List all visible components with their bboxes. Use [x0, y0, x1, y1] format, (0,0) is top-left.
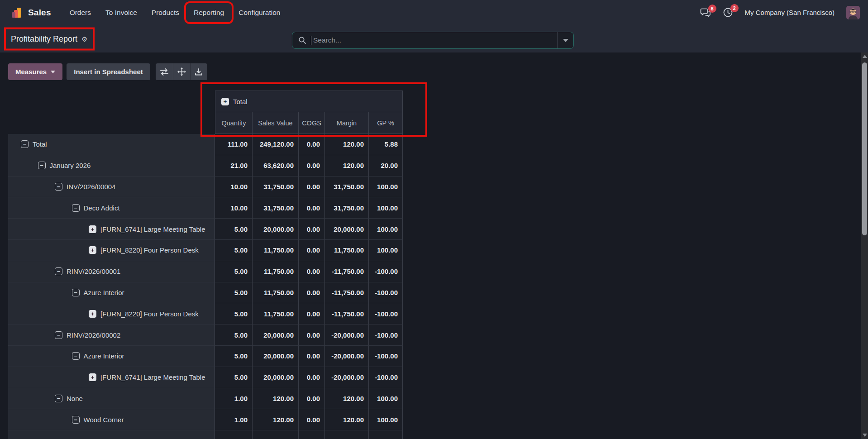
pivot-row-label: [FURN_6741] Large Meeting Table: [100, 373, 205, 381]
messages-button[interactable]: 8: [700, 8, 711, 18]
pivot-row-label: January 2026: [50, 162, 91, 169]
collapse-icon[interactable]: −: [55, 267, 62, 275]
collapse-icon[interactable]: −: [55, 395, 62, 402]
search-options-toggle[interactable]: [557, 32, 573, 48]
collapse-icon[interactable]: −: [72, 204, 80, 212]
collapse-icon[interactable]: −: [55, 183, 62, 191]
pivot-value-cell: 100.00: [369, 177, 403, 198]
page-title: Profitability Report: [11, 34, 77, 43]
pivot-row-header[interactable]: −Azure Interior: [8, 282, 215, 304]
download-xlsx-button[interactable]: [190, 63, 207, 80]
measures-button[interactable]: Measures: [8, 63, 62, 80]
brand-name: Sales: [28, 8, 51, 18]
company-menu[interactable]: My Company (San Francisco): [745, 9, 835, 16]
pivot-value-cell: [299, 430, 325, 439]
insert-spreadsheet-label: Insert in Spreadsheet: [74, 68, 143, 76]
scroll-up-arrow[interactable]: [863, 55, 867, 58]
search-input[interactable]: Search...: [292, 32, 557, 48]
pivot-value-cell: [325, 430, 369, 439]
pivot-value-cell: -20,000.00: [325, 367, 369, 388]
pivot-value-cell: 31,750.00: [325, 197, 369, 219]
pivot-value-cell: 20,000.00: [253, 346, 299, 367]
pivot-row-label: INV/2026/00004: [67, 183, 115, 191]
flip-axis-button[interactable]: [156, 63, 173, 80]
search-icon: [298, 36, 306, 44]
nav-item-to-invoice[interactable]: To Invoice: [100, 5, 143, 20]
pivot-row-header[interactable]: −RINV/2026/00002: [8, 324, 215, 346]
nav-item-products[interactable]: Products: [146, 5, 185, 20]
pivot-value-cell: 11,750.00: [253, 240, 299, 261]
pivot-row: +[FURN_6741] Large Meeting Table5.0020,0…: [8, 219, 403, 240]
pivot-value-cell: 100.00: [369, 197, 403, 219]
app-switcher[interactable]: Sales: [8, 5, 54, 20]
pivot-row-header[interactable]: −Total: [8, 134, 215, 155]
pivot-value-cell: 5.00: [215, 240, 253, 261]
collapse-icon[interactable]: −: [21, 140, 29, 148]
expand-icon[interactable]: +: [89, 373, 96, 381]
activities-button[interactable]: 2: [723, 7, 733, 18]
collapse-icon[interactable]: −: [72, 289, 80, 296]
flip-axis-icon: [160, 68, 169, 76]
pivot-value-cell: 100.00: [369, 409, 403, 430]
pivot-row-header[interactable]: −Wood Corner: [8, 409, 215, 430]
messages-badge: 8: [708, 5, 716, 13]
vertical-scrollbar[interactable]: [861, 52, 868, 439]
pivot-row-header[interactable]: +[FURN_8220] Four Person Desk: [8, 303, 215, 324]
top-navbar: Sales Orders To Invoice Products Reporti…: [0, 0, 868, 25]
scroll-down-arrow[interactable]: [863, 434, 867, 437]
pivot-row-header[interactable]: −RINV/2026/00001: [8, 261, 215, 282]
expand-icon[interactable]: +: [221, 98, 229, 105]
breadcrumb: Profitability Report ⚙: [11, 34, 88, 43]
collapse-icon[interactable]: −: [38, 162, 46, 169]
pivot-value-cell: 120.00: [325, 388, 369, 410]
pivot-row-header[interactable]: −None: [8, 388, 215, 410]
pivot-column-group-total[interactable]: + Total: [215, 91, 403, 112]
pivot-row: −Azure Interior5.0020,000.000.00-20,000.…: [8, 346, 403, 367]
pivot-value-cell: 0.00: [299, 134, 325, 155]
pivot-row-header[interactable]: −INV/2026/00004: [8, 177, 215, 198]
pivot-row: +[FURN_6741] Large Meeting Table5.0020,0…: [8, 367, 403, 388]
sales-app-icon: [11, 7, 23, 19]
measure-header-cogs[interactable]: COGS: [299, 112, 325, 134]
collapse-icon[interactable]: −: [55, 331, 62, 339]
insert-in-spreadsheet-button[interactable]: Insert in Spreadsheet: [67, 63, 150, 80]
user-avatar[interactable]: [846, 6, 860, 19]
collapse-icon[interactable]: −: [72, 352, 80, 360]
nav-item-configuration[interactable]: Configuration: [233, 5, 286, 20]
pivot-value-cell: 120.00: [253, 409, 299, 430]
pivot-row-header[interactable]: −January 2026: [8, 155, 215, 177]
pivot-value-cell: 0.00: [299, 240, 325, 261]
pivot-value-cell: 11,750.00: [325, 240, 369, 261]
expand-icon[interactable]: +: [89, 246, 96, 254]
pivot-row-header[interactable]: −Deco Addict: [8, 197, 215, 219]
measure-header-margin[interactable]: Margin: [325, 112, 369, 134]
measure-header-gp[interactable]: GP %: [369, 112, 403, 134]
pivot-value-cell: 1.00: [215, 409, 253, 430]
pivot-measures-row: Quantity Sales Value COGS Margin GP %: [215, 112, 403, 134]
scrollbar-thumb[interactable]: [862, 62, 867, 235]
measure-header-sales-value[interactable]: Sales Value: [253, 112, 299, 134]
pivot-row-header[interactable]: +[FURN_8220] Four Person Desk: [8, 240, 215, 261]
nav-item-orders[interactable]: Orders: [64, 5, 97, 20]
pivot-value-cell: -100.00: [369, 324, 403, 346]
expand-all-button[interactable]: [173, 63, 190, 80]
expand-icon[interactable]: +: [89, 225, 96, 233]
pivot-value-cell: 5.00: [215, 346, 253, 367]
pivot-value-cell: 5.00: [215, 282, 253, 304]
pivot-value-cell: 100.00: [369, 388, 403, 410]
pivot-row-header[interactable]: [8, 430, 215, 439]
gear-icon[interactable]: ⚙: [81, 35, 87, 42]
pivot-row-header[interactable]: −Azure Interior: [8, 346, 215, 367]
pivot-row-header[interactable]: +[FURN_6741] Large Meeting Table: [8, 219, 215, 240]
pivot-row-header[interactable]: +[FURN_6741] Large Meeting Table: [8, 367, 215, 388]
pivot-value-cell: 120.00: [325, 409, 369, 430]
main-menu: Orders To Invoice Products Reporting Con…: [64, 5, 286, 20]
expand-icon[interactable]: +: [89, 310, 96, 318]
nav-item-reporting[interactable]: Reporting: [188, 5, 230, 20]
pivot-row: −Total111.00249,120.000.00120.005.88: [8, 134, 403, 155]
download-icon: [195, 68, 203, 76]
expand-arrows-icon: [177, 67, 186, 76]
pivot-value-cell: 0.00: [299, 155, 325, 177]
collapse-icon[interactable]: −: [72, 416, 80, 424]
measure-header-quantity[interactable]: Quantity: [215, 112, 253, 134]
